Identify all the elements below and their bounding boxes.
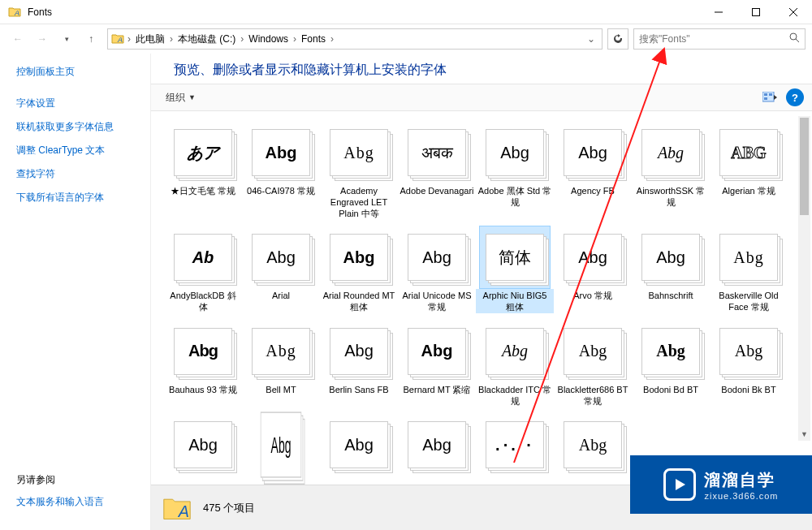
font-tile: 简体 xyxy=(479,226,551,289)
font-item[interactable]: AbgArvo 常规 xyxy=(554,226,632,313)
sidebar-home[interactable]: 控制面板主页 xyxy=(16,65,150,79)
maximize-button[interactable] xyxy=(737,0,775,24)
font-item[interactable]: あア★日文毛笔 常规 xyxy=(164,121,242,219)
status-count: 475 个项目 xyxy=(203,501,255,515)
svg-line-7 xyxy=(796,39,799,42)
font-item[interactable]: AbgBerlin Sans FB xyxy=(320,320,398,407)
scroll-down-icon[interactable]: ▼ xyxy=(798,428,810,441)
font-tile: Abg xyxy=(167,320,239,383)
font-label: Bahnschrift xyxy=(646,289,694,312)
chevron-right-icon[interactable]: › xyxy=(329,33,335,45)
breadcrumb-folder-icon: A xyxy=(110,32,126,45)
sidebar: 控制面板主页 字体设置 联机获取更多字体信息 调整 ClearType 文本 查… xyxy=(0,54,150,530)
sidebar-link[interactable]: 文本服务和输入语言 xyxy=(16,495,150,509)
font-tile: Abg xyxy=(635,121,706,184)
chevron-right-icon[interactable]: › xyxy=(126,33,132,45)
font-item[interactable]: AbgBlackletter686 BT 常规 xyxy=(554,320,632,407)
font-label: Bell MT xyxy=(264,383,297,406)
breadcrumb-item[interactable]: 此电脑 xyxy=(132,32,168,46)
font-label: Arial xyxy=(270,289,292,312)
font-tile: Abg xyxy=(401,226,473,289)
scrollbar-thumb[interactable] xyxy=(800,118,809,215)
font-item[interactable]: Abg xyxy=(554,413,632,485)
font-tile: あア xyxy=(167,121,239,184)
font-label: AndyBlackDB 斜体 xyxy=(164,289,242,313)
font-item[interactable]: Abg xyxy=(320,413,398,485)
refresh-button[interactable] xyxy=(607,28,628,50)
chevron-right-icon[interactable]: › xyxy=(239,33,245,45)
breadcrumb-item[interactable]: Windows xyxy=(245,33,292,45)
font-label: Adobe 黑体 Std 常规 xyxy=(476,184,554,209)
svg-rect-10 xyxy=(769,93,772,96)
recent-dropdown[interactable]: ▾ xyxy=(55,28,78,50)
font-item[interactable]: AbgBodoni Bd BT xyxy=(632,320,710,407)
font-tile: Abg xyxy=(323,226,395,289)
font-item[interactable]: Abg xyxy=(398,413,476,485)
font-preview-glyph: Abg xyxy=(174,421,232,468)
font-item[interactable]: AbgArial Rounded MT 粗体 xyxy=(320,226,398,313)
font-preview-glyph: Abg xyxy=(719,328,778,375)
font-preview-glyph: Abg xyxy=(564,234,622,281)
sidebar-link[interactable]: 字体设置 xyxy=(16,97,150,110)
page-title: 预览、删除或者显示和隐藏计算机上安装的字体 xyxy=(174,62,796,79)
breadcrumb-item[interactable]: 本地磁盘 (C:) xyxy=(175,32,239,46)
font-item[interactable]: ABGAlgerian 常规 xyxy=(710,121,788,219)
font-preview-glyph: Abg xyxy=(252,328,310,375)
font-item[interactable]: AbgBauhaus 93 常规 xyxy=(164,320,242,407)
chevron-down-icon: ▼ xyxy=(188,93,196,101)
font-tile: Abg xyxy=(557,226,628,289)
font-item[interactable]: AbgBahnschrift xyxy=(632,226,710,313)
font-item[interactable]: Abg xyxy=(164,413,242,485)
font-item[interactable]: .·. · xyxy=(476,413,554,485)
font-item[interactable]: AbgAdobe 黑体 Std 常规 xyxy=(476,121,554,219)
font-label: Bernard MT 紧缩 xyxy=(402,383,473,406)
search-icon xyxy=(789,32,800,45)
help-button[interactable]: ? xyxy=(786,88,804,106)
font-tile: Abg xyxy=(401,320,473,383)
address-dropdown[interactable]: ⌄ xyxy=(582,33,600,45)
view-options-button[interactable] xyxy=(758,92,781,103)
organize-menu[interactable]: 组织 ▼ xyxy=(159,88,202,108)
svg-point-6 xyxy=(790,33,797,40)
sidebar-link[interactable]: 联机获取更多字体信息 xyxy=(16,120,150,134)
search-input[interactable]: 搜索"Fonts" xyxy=(633,28,806,50)
back-button[interactable]: ← xyxy=(6,28,29,50)
font-item[interactable]: AbgBodoni Bk BT xyxy=(710,320,788,407)
font-item[interactable]: AbgAcademy Engraved LET Plain 中等 xyxy=(320,121,398,219)
minimize-button[interactable] xyxy=(700,0,737,24)
font-item[interactable]: AbgBernard MT 紧缩 xyxy=(398,320,476,407)
font-item[interactable]: AbgBaskerville Old Face 常规 xyxy=(710,226,788,313)
close-button[interactable] xyxy=(775,0,812,24)
font-item[interactable]: Abg046-CAI978 常规 xyxy=(242,121,320,219)
chevron-right-icon[interactable]: › xyxy=(168,33,175,45)
up-button[interactable]: ↑ xyxy=(80,28,102,50)
font-item[interactable]: AbgAinsworthSSK 常规 xyxy=(632,121,710,219)
font-item[interactable]: AbgBell MT xyxy=(242,320,320,407)
font-grid: あア★日文毛笔 常规Abg046-CAI978 常规AbgAcademy Eng… xyxy=(164,121,809,485)
font-tile: Abg xyxy=(401,413,473,476)
font-preview-glyph: Abg xyxy=(252,234,310,281)
chevron-right-icon[interactable]: › xyxy=(292,33,298,45)
sidebar-link[interactable]: 调整 ClearType 文本 xyxy=(16,144,150,157)
breadcrumb[interactable]: A › 此电脑 › 本地磁盘 (C:) › Windows › Fonts › … xyxy=(107,28,603,50)
play-icon xyxy=(663,468,696,501)
font-item[interactable]: अबकAdobe Devanagari xyxy=(398,121,476,219)
font-item[interactable]: AbgBlackadder ITC 常规 xyxy=(476,320,554,407)
scrollbar-vertical[interactable]: ▲ ▼ xyxy=(798,116,810,441)
font-item[interactable]: AbgArial xyxy=(242,226,320,313)
sidebar-link[interactable]: 查找字符 xyxy=(16,167,150,181)
fonts-folder-icon: A xyxy=(162,493,192,523)
font-item[interactable]: AbgArial Unicode MS 常规 xyxy=(398,226,476,313)
forward-button[interactable]: → xyxy=(31,28,54,50)
font-item[interactable]: Abg xyxy=(242,413,320,485)
font-item[interactable]: 简体Arphic Niu BIG5 粗体 xyxy=(476,226,554,313)
font-item[interactable]: AbgAgency FB xyxy=(554,121,632,219)
font-tile: Abg xyxy=(557,413,628,476)
font-preview-glyph: Abg xyxy=(641,328,700,375)
sidebar-link[interactable]: 下载所有语言的字体 xyxy=(16,191,150,205)
font-item[interactable]: AbAndyBlackDB 斜体 xyxy=(164,226,242,313)
font-tile: Abg xyxy=(479,320,551,383)
font-tile: Abg xyxy=(323,413,395,476)
breadcrumb-item[interactable]: Fonts xyxy=(298,33,329,45)
font-preview-glyph: Abg xyxy=(486,129,544,176)
